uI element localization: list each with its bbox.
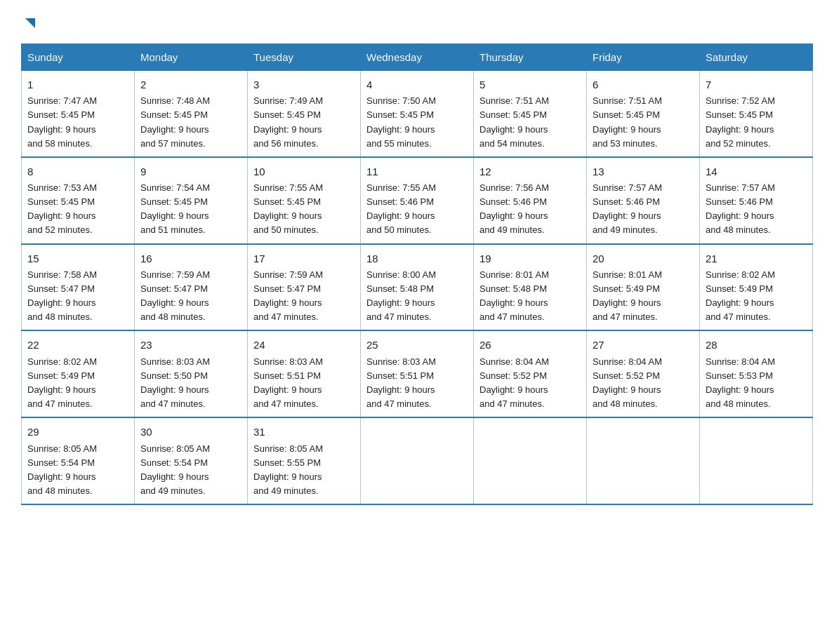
day-cell: 21Sunrise: 8:02 AMSunset: 5:49 PMDayligh… <box>700 244 813 331</box>
day-number: 11 <box>366 163 468 180</box>
day-number: 5 <box>479 76 581 93</box>
day-number: 7 <box>706 76 807 93</box>
day-number: 24 <box>253 337 355 353</box>
day-cell: 19Sunrise: 8:01 AMSunset: 5:48 PMDayligh… <box>474 244 587 331</box>
day-number: 21 <box>706 250 807 267</box>
day-cell: 3Sunrise: 7:49 AMSunset: 5:45 PMDaylight… <box>248 71 361 157</box>
day-cell: 20Sunrise: 8:01 AMSunset: 5:49 PMDayligh… <box>587 244 700 331</box>
header-cell-tuesday: Tuesday <box>248 44 361 71</box>
day-cell: 11Sunrise: 7:55 AMSunset: 5:46 PMDayligh… <box>361 157 474 244</box>
day-number: 3 <box>253 76 355 93</box>
header-cell-monday: Monday <box>135 44 248 71</box>
day-number: 6 <box>593 76 694 93</box>
day-cell: 25Sunrise: 8:03 AMSunset: 5:51 PMDayligh… <box>361 330 474 417</box>
day-cell: 31Sunrise: 8:05 AMSunset: 5:55 PMDayligh… <box>248 417 361 504</box>
day-number: 2 <box>140 76 241 93</box>
day-cell: 30Sunrise: 8:05 AMSunset: 5:54 PMDayligh… <box>135 417 248 504</box>
day-cell: 7Sunrise: 7:52 AMSunset: 5:45 PMDaylight… <box>700 71 813 157</box>
day-number: 23 <box>140 337 241 353</box>
day-number: 13 <box>593 163 694 180</box>
day-number: 14 <box>706 163 807 180</box>
day-number: 29 <box>27 424 128 440</box>
day-number: 10 <box>253 163 355 180</box>
day-number: 30 <box>140 424 241 440</box>
day-cell: 26Sunrise: 8:04 AMSunset: 5:52 PMDayligh… <box>474 330 587 417</box>
logo <box>21 14 38 31</box>
day-number: 31 <box>253 424 355 440</box>
logo-arrow-icon <box>22 15 38 31</box>
day-number: 18 <box>366 250 468 267</box>
day-cell <box>474 417 587 504</box>
header-cell-thursday: Thursday <box>474 44 587 71</box>
day-number: 1 <box>27 76 128 93</box>
header-cell-wednesday: Wednesday <box>361 44 474 71</box>
day-cell: 9Sunrise: 7:54 AMSunset: 5:45 PMDaylight… <box>135 157 248 244</box>
day-cell: 8Sunrise: 7:53 AMSunset: 5:45 PMDaylight… <box>22 157 135 244</box>
svg-marker-0 <box>25 18 35 28</box>
calendar-header: SundayMondayTuesdayWednesdayThursdayFrid… <box>22 44 813 71</box>
day-cell: 6Sunrise: 7:51 AMSunset: 5:45 PMDaylight… <box>587 71 700 157</box>
day-cell: 17Sunrise: 7:59 AMSunset: 5:47 PMDayligh… <box>248 244 361 331</box>
day-cell: 22Sunrise: 8:02 AMSunset: 5:49 PMDayligh… <box>22 330 135 417</box>
day-cell: 14Sunrise: 7:57 AMSunset: 5:46 PMDayligh… <box>700 157 813 244</box>
header-row: SundayMondayTuesdayWednesdayThursdayFrid… <box>22 44 813 71</box>
day-cell: 2Sunrise: 7:48 AMSunset: 5:45 PMDaylight… <box>135 71 248 157</box>
calendar-body: 1Sunrise: 7:47 AMSunset: 5:45 PMDaylight… <box>22 71 813 505</box>
calendar-table: SundayMondayTuesdayWednesdayThursdayFrid… <box>21 43 813 505</box>
day-number: 12 <box>479 163 581 180</box>
header-cell-saturday: Saturday <box>700 44 813 71</box>
header-cell-sunday: Sunday <box>22 44 135 71</box>
day-number: 15 <box>27 250 128 267</box>
day-cell: 23Sunrise: 8:03 AMSunset: 5:50 PMDayligh… <box>135 330 248 417</box>
day-cell: 24Sunrise: 8:03 AMSunset: 5:51 PMDayligh… <box>248 330 361 417</box>
day-cell: 10Sunrise: 7:55 AMSunset: 5:45 PMDayligh… <box>248 157 361 244</box>
day-number: 25 <box>366 337 468 353</box>
day-number: 17 <box>253 250 355 267</box>
day-number: 26 <box>479 337 581 353</box>
day-number: 19 <box>479 250 581 267</box>
day-number: 20 <box>593 250 694 267</box>
day-number: 9 <box>140 163 241 180</box>
day-cell <box>700 417 813 504</box>
day-cell: 15Sunrise: 7:58 AMSunset: 5:47 PMDayligh… <box>22 244 135 331</box>
day-number: 4 <box>366 76 468 93</box>
day-number: 8 <box>27 163 128 180</box>
week-row-2: 8Sunrise: 7:53 AMSunset: 5:45 PMDaylight… <box>22 157 813 244</box>
day-cell: 5Sunrise: 7:51 AMSunset: 5:45 PMDaylight… <box>474 71 587 157</box>
day-cell <box>587 417 700 504</box>
day-cell: 13Sunrise: 7:57 AMSunset: 5:46 PMDayligh… <box>587 157 700 244</box>
header-cell-friday: Friday <box>587 44 700 71</box>
day-cell: 27Sunrise: 8:04 AMSunset: 5:52 PMDayligh… <box>587 330 700 417</box>
week-row-1: 1Sunrise: 7:47 AMSunset: 5:45 PMDaylight… <box>22 71 813 157</box>
day-cell: 18Sunrise: 8:00 AMSunset: 5:48 PMDayligh… <box>361 244 474 331</box>
day-number: 27 <box>593 337 694 353</box>
week-row-5: 29Sunrise: 8:05 AMSunset: 5:54 PMDayligh… <box>22 417 813 504</box>
day-number: 16 <box>140 250 241 267</box>
week-row-4: 22Sunrise: 8:02 AMSunset: 5:49 PMDayligh… <box>22 330 813 417</box>
week-row-3: 15Sunrise: 7:58 AMSunset: 5:47 PMDayligh… <box>22 244 813 331</box>
day-number: 28 <box>706 337 807 353</box>
day-cell <box>361 417 474 504</box>
day-cell: 12Sunrise: 7:56 AMSunset: 5:46 PMDayligh… <box>474 157 587 244</box>
day-number: 22 <box>27 337 128 353</box>
day-cell: 1Sunrise: 7:47 AMSunset: 5:45 PMDaylight… <box>22 71 135 157</box>
day-cell: 16Sunrise: 7:59 AMSunset: 5:47 PMDayligh… <box>135 244 248 331</box>
day-cell: 29Sunrise: 8:05 AMSunset: 5:54 PMDayligh… <box>22 417 135 504</box>
page-header <box>21 14 813 31</box>
day-cell: 4Sunrise: 7:50 AMSunset: 5:45 PMDaylight… <box>361 71 474 157</box>
day-cell: 28Sunrise: 8:04 AMSunset: 5:53 PMDayligh… <box>700 330 813 417</box>
